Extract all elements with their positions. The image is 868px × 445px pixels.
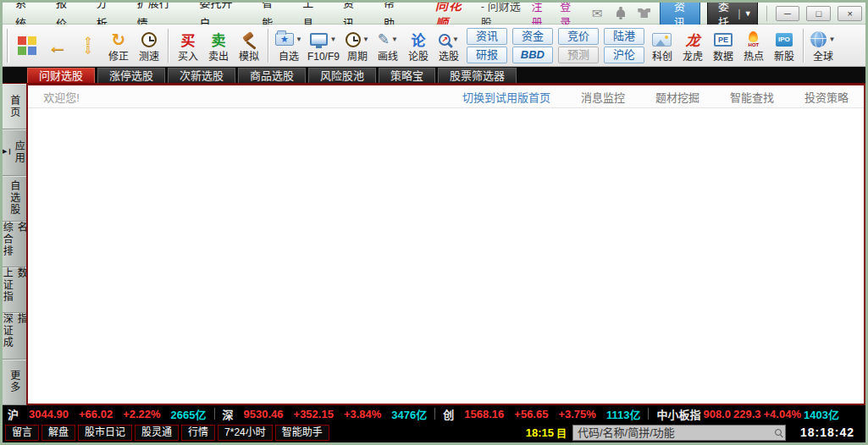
smart-search-link[interactable]: 智能查找 bbox=[730, 89, 774, 105]
toolbar-separator bbox=[268, 29, 269, 63]
london-connect-button[interactable]: 沪伦 bbox=[604, 47, 644, 63]
pencil-icon: ✎ bbox=[378, 30, 390, 48]
sidebar-item-sse-index[interactable]: 上证指数 bbox=[3, 267, 26, 313]
tab-new-stock-pick[interactable]: 次新选股 bbox=[168, 68, 235, 83]
index-amount: 1403亿 bbox=[804, 406, 839, 422]
status-item-commentary[interactable]: 解盘 bbox=[41, 425, 75, 441]
ticker-icon: 目 bbox=[556, 426, 567, 440]
draw-line-button[interactable]: ✎▼ 画线 bbox=[373, 26, 403, 65]
sidebar-item-apps[interactable]: ▶❙ 应用 bbox=[3, 129, 26, 175]
buy-icon: 买 bbox=[181, 29, 196, 50]
status-item-message[interactable]: 留言 bbox=[5, 425, 39, 441]
content-panel: 欢迎您! 切换到试用版首页 消息监控 题材挖掘 智能查找 投资策略 bbox=[26, 84, 865, 405]
pe-icon: PE bbox=[714, 33, 733, 47]
up-down-arrows-icon: ⇧⇩ bbox=[84, 36, 93, 55]
chevron-down-icon: ▼ bbox=[744, 9, 752, 18]
research-report-button[interactable]: 研报 bbox=[467, 47, 507, 63]
chevron-down-icon: ▼ bbox=[296, 36, 302, 43]
period-button[interactable]: ▼ 周期 bbox=[342, 26, 373, 65]
clock-icon bbox=[141, 32, 157, 47]
toolbar-separator bbox=[168, 29, 169, 63]
code-search-input[interactable] bbox=[572, 425, 786, 441]
page-up-down-button[interactable]: ⇧⇩ bbox=[73, 26, 103, 65]
search-icon bbox=[775, 429, 782, 436]
back-arrow-icon: ← bbox=[47, 36, 68, 55]
market-group-sme[interactable]: 中小板指 908.0 229.3 +4.04% 1403亿 bbox=[656, 406, 839, 422]
market-group-chinext[interactable]: 创 1568.16 +56.65 +3.75% 1113亿 bbox=[443, 406, 640, 422]
tab-strategy-treasure[interactable]: 策略宝 bbox=[379, 68, 435, 83]
refresh-icon: ↻ bbox=[112, 30, 126, 50]
sidebar-item-ranking[interactable]: 综合排名 bbox=[3, 222, 26, 267]
title-bar: 系统 报价 分析 扩展行情 委托开户 智能 工具 资讯 帮助 同花顺 - 问财选… bbox=[3, 3, 865, 25]
layout-button[interactable] bbox=[12, 26, 42, 65]
minimize-button[interactable]: ─ bbox=[776, 6, 800, 21]
auction-button[interactable]: 竞价 bbox=[558, 28, 599, 45]
index-amount: 1113亿 bbox=[606, 406, 641, 422]
window-controls-divider bbox=[766, 6, 767, 21]
sidebar-item-more[interactable]: 更多 bbox=[3, 360, 26, 405]
status-item-724[interactable]: 7*24小时 bbox=[218, 425, 273, 441]
chevron-down-icon: ▼ bbox=[362, 36, 369, 43]
forum-icon: 论 bbox=[411, 29, 425, 50]
tab-stock-filter[interactable]: 股票筛选器 bbox=[438, 68, 517, 83]
bell-icon[interactable] bbox=[612, 7, 629, 20]
code-search bbox=[572, 425, 786, 441]
hot-topics-button[interactable]: HOT 热点 bbox=[738, 26, 769, 65]
close-button[interactable]: × bbox=[838, 6, 862, 21]
bbd-button[interactable]: BBD bbox=[512, 47, 553, 63]
message-monitor-link[interactable]: 消息监控 bbox=[581, 89, 625, 105]
market-group-shanghai[interactable]: 沪 3044.90 +66.02 +2.22% 2665亿 bbox=[8, 406, 207, 422]
global-markets-button[interactable]: ▼ 全球 bbox=[808, 26, 838, 65]
index-change: +352.15 bbox=[294, 408, 334, 420]
index-value: 908.0 bbox=[703, 408, 731, 420]
capital-flow-button[interactable]: 资金 bbox=[512, 28, 553, 45]
star-market-button[interactable]: 科创 bbox=[647, 26, 677, 65]
app-window: 系统 报价 分析 扩展行情 委托开户 智能 工具 资讯 帮助 同花顺 - 问财选… bbox=[0, 0, 868, 445]
sell-button[interactable]: 卖 卖出 bbox=[203, 26, 234, 65]
sidebar-item-watchlist[interactable]: 自选股 bbox=[3, 176, 26, 222]
data-center-button[interactable]: PE 数据 bbox=[708, 26, 738, 65]
speed-test-button[interactable]: 测速 bbox=[134, 26, 164, 65]
simulate-trade-button[interactable]: 模拟 bbox=[234, 26, 264, 65]
content-body bbox=[28, 108, 864, 404]
new-stock-button[interactable]: IPO 新股 bbox=[769, 26, 799, 65]
system-clock: 18:18:42 bbox=[800, 426, 854, 439]
tab-risk-pool[interactable]: 风险股池 bbox=[308, 68, 376, 83]
index-change: +66.02 bbox=[79, 408, 113, 420]
forecast-button[interactable]: 预测 bbox=[558, 47, 599, 63]
tab-commodity-pick[interactable]: 商品选股 bbox=[238, 68, 306, 83]
status-item-assistant[interactable]: 智能助手 bbox=[275, 425, 329, 441]
stock-screener-button[interactable]: ↗▼ 选股 bbox=[434, 26, 464, 65]
buy-button[interactable]: 买 买入 bbox=[173, 26, 203, 65]
correct-data-button[interactable]: ↻ 修正 bbox=[103, 26, 134, 65]
f10-info-button[interactable]: ▼ F10/F9 bbox=[305, 26, 342, 65]
dragon-tiger-button[interactable]: 龙 龙虎 bbox=[677, 26, 708, 65]
status-item-gulingtong[interactable]: 股灵通 bbox=[135, 425, 179, 441]
status-item-quotes[interactable]: 行情 bbox=[181, 425, 215, 441]
chevron-down-icon: ▼ bbox=[391, 36, 398, 43]
tab-wencai-stock-pick[interactable]: 问财选股 bbox=[27, 68, 95, 83]
dragon-icon: 龙 bbox=[685, 29, 699, 50]
hk-connect-button[interactable]: 陆港 bbox=[604, 28, 644, 45]
switch-trial-home-link[interactable]: 切换到试用版首页 bbox=[462, 89, 550, 105]
theme-mining-link[interactable]: 题材挖掘 bbox=[655, 89, 699, 105]
stock-forum-button[interactable]: 论 论股 bbox=[403, 26, 434, 65]
mail-icon[interactable]: ✉ bbox=[589, 7, 605, 20]
welcome-text: 欢迎您! bbox=[43, 89, 80, 105]
investment-strategy-link[interactable]: 投资策略 bbox=[804, 89, 849, 105]
shirt-icon[interactable] bbox=[636, 7, 653, 20]
news-panel-button[interactable]: 资讯 bbox=[467, 28, 507, 45]
index-value: 3044.90 bbox=[29, 408, 69, 420]
sidebar-item-szse-index[interactable]: 深证成指 bbox=[3, 313, 26, 359]
status-item-diary[interactable]: 股市日记 bbox=[78, 425, 132, 441]
tab-limit-up-pick[interactable]: 涨停选股 bbox=[97, 68, 165, 83]
market-group-shenzhen[interactable]: 深 9530.46 +352.15 +3.84% 3476亿 bbox=[223, 406, 428, 422]
gavel-icon bbox=[240, 30, 258, 49]
sidebar-item-home[interactable]: 首页 bbox=[3, 84, 26, 129]
back-button[interactable]: ← bbox=[42, 26, 73, 65]
watchlist-button[interactable]: ★▼ 自选 bbox=[273, 26, 305, 65]
toolbar-separator bbox=[803, 29, 804, 63]
sidebar: 首页 ▶❙ 应用 自选股 综合排名 上证指数 深证成指 更多 bbox=[3, 84, 26, 405]
index-change: 229.3 bbox=[733, 408, 761, 420]
maximize-button[interactable]: □ bbox=[806, 6, 831, 21]
